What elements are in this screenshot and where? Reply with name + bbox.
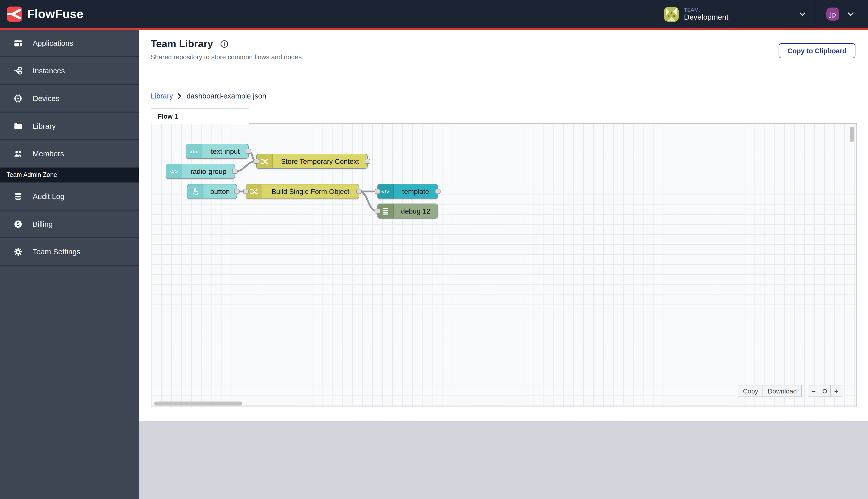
port-output — [234, 189, 239, 194]
port-input — [375, 208, 380, 214]
flow-node-debug-12[interactable]: debug 12 — [377, 204, 438, 219]
flow-node-button[interactable]: button — [187, 184, 237, 199]
port-input — [254, 159, 259, 164]
canvas-copy-button[interactable]: Copy — [738, 385, 763, 397]
port-input — [243, 189, 249, 194]
node-label: Store Temporary Context — [273, 154, 367, 168]
port-output — [365, 159, 370, 164]
flow-node-text-input[interactable]: abc text-input — [186, 144, 249, 159]
sidebar-item-label: Instances — [33, 66, 65, 75]
team-avatar — [664, 7, 678, 21]
circle-icon — [822, 388, 827, 394]
sidebar-item-devices[interactable]: Devices — [0, 85, 139, 112]
sidebar-item-audit-log[interactable]: Audit Log — [0, 183, 139, 210]
page-footer-area — [139, 421, 868, 499]
wire — [235, 161, 256, 171]
database-icon — [14, 192, 23, 201]
sidebar-item-label: Applications — [33, 39, 73, 47]
zoom-controls: − + — [808, 385, 842, 397]
node-label: template — [394, 184, 437, 198]
page-header: Team Library Shared repository to store … — [139, 30, 868, 71]
header-divider — [815, 0, 815, 28]
port-output — [435, 189, 441, 194]
users-icon — [14, 149, 23, 158]
sidebar-item-library[interactable]: Library — [0, 112, 139, 140]
team-admin-zone-label: Team Admin Zone — [0, 168, 139, 183]
tab-flow-1[interactable]: Flow 1 — [151, 108, 249, 124]
breadcrumb: Library dashboard-example.json — [151, 92, 266, 100]
breadcrumb-library-link[interactable]: Library — [151, 92, 173, 100]
flow-node-build-single-form-object[interactable]: Build Single Form Object — [246, 184, 359, 199]
wire — [359, 192, 377, 211]
port-output — [232, 169, 238, 174]
sidebar-item-label: Team Settings — [33, 247, 80, 256]
flow-canvas[interactable]: abc text-input </> radio-group — [151, 123, 857, 407]
sidebar-item-label: Devices — [33, 94, 60, 102]
app: FlowFuse TEAM: Developm — [0, 0, 868, 499]
brand-name: FlowFuse — [27, 7, 84, 21]
sidebar-item-instances[interactable]: Instances — [0, 57, 139, 85]
canvas-download-button[interactable]: Download — [763, 385, 802, 397]
sidebar: Applications Instances Devices — [0, 30, 139, 499]
info-icon[interactable] — [220, 40, 228, 48]
zoom-reset-button[interactable] — [819, 385, 831, 397]
canvas-actions: Copy Download — [738, 385, 802, 397]
copy-to-clipboard-button[interactable]: Copy to Clipboard — [779, 43, 855, 58]
team-switcher[interactable]: TEAM: Development — [657, 0, 813, 28]
chevron-down-icon — [799, 12, 806, 16]
node-label: debug 12 — [394, 204, 437, 218]
node-label: text-input — [202, 144, 248, 158]
abc-icon: abc — [186, 144, 202, 158]
sidebar-item-team-settings[interactable]: Team Settings — [0, 238, 139, 266]
port-output — [246, 149, 251, 154]
sidebar-item-billing[interactable]: $ Billing — [0, 210, 139, 238]
zoom-out-button[interactable]: − — [808, 385, 819, 397]
top-header: FlowFuse TEAM: Developm — [0, 0, 868, 30]
user-avatar: jp — [826, 8, 839, 21]
chevron-down-icon — [847, 12, 854, 16]
node-label: radio-group — [182, 164, 235, 179]
flowfuse-logo-icon — [7, 7, 22, 22]
applications-icon — [14, 38, 23, 48]
flow-node-radio-group[interactable]: </> radio-group — [166, 164, 235, 179]
flowfuse-logo[interactable]: FlowFuse — [0, 7, 84, 22]
flow-node-template[interactable]: </> template — [377, 184, 438, 199]
chevron-right-icon — [177, 93, 182, 99]
vertical-scrollbar[interactable] — [850, 126, 854, 142]
chip-icon — [14, 94, 23, 103]
sidebar-item-applications[interactable]: Applications — [0, 30, 139, 57]
header-right: TEAM: Development jp — [657, 0, 868, 28]
port-output — [356, 189, 362, 194]
instances-icon — [14, 66, 23, 75]
pointer-hand-icon — [187, 184, 203, 198]
node-label: Build Single Form Object — [262, 184, 359, 198]
sidebar-item-members[interactable]: Members — [0, 140, 139, 168]
dollar-circle-icon: $ — [14, 219, 23, 228]
zoom-in-button[interactable]: + — [831, 385, 842, 397]
code-icon: </> — [166, 164, 182, 179]
team-name: Development — [684, 13, 728, 22]
gear-icon — [14, 247, 23, 256]
horizontal-scrollbar[interactable] — [154, 402, 242, 405]
svg-text:$: $ — [16, 221, 20, 227]
port-input — [375, 189, 380, 194]
node-label: button — [203, 184, 237, 198]
folder-icon — [14, 121, 23, 130]
sidebar-item-label: Audit Log — [33, 192, 64, 200]
sidebar-item-label: Billing — [33, 220, 53, 228]
breadcrumb-current-file: dashboard-example.json — [187, 92, 266, 100]
page-title: Team Library — [151, 38, 213, 50]
team-label: TEAM: — [684, 7, 728, 13]
sidebar-item-label: Library — [33, 122, 56, 130]
flow-node-store-temporary-context[interactable]: Store Temporary Context — [256, 154, 368, 169]
sidebar-item-label: Members — [33, 149, 64, 158]
page-subtitle: Shared repository to store common flows … — [151, 53, 303, 61]
main-content: Team Library Shared repository to store … — [139, 30, 868, 499]
user-menu[interactable]: jp — [817, 8, 859, 21]
